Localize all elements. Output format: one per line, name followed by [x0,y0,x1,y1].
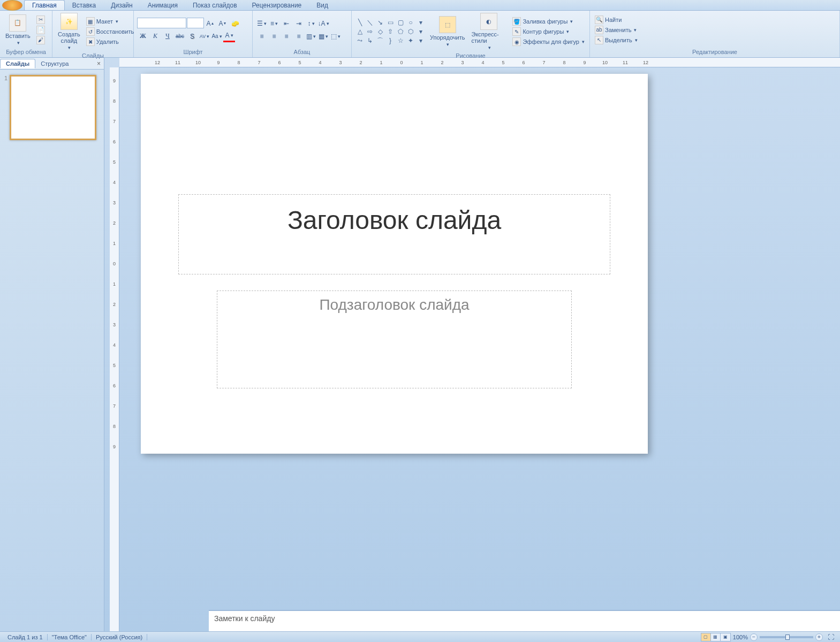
tab-slideshow[interactable]: Показ слайдов [185,1,245,10]
arrange-button[interactable]: ⬚ Упорядочить [428,15,467,48]
slide-thumbnail-1[interactable] [10,75,96,140]
shape-roundrect-icon[interactable]: ▢ [396,18,405,27]
effects-icon: ◉ [512,37,521,46]
align-center-button[interactable]: ≡ [268,30,280,42]
title-placeholder[interactable]: Заголовок слайда [178,194,610,274]
tab-home[interactable]: Главная [24,0,65,10]
shape-fill-button[interactable]: 🪣Заливка фигуры [511,17,586,26]
zoom-in-button[interactable]: + [815,633,823,641]
bold-button[interactable]: Ж [137,30,149,42]
new-slide-button[interactable]: ✨ Создать слайд [56,12,82,51]
status-language[interactable]: Русский (Россия) [92,634,147,640]
line-spacing-button[interactable]: ↕ [305,18,317,29]
zoom-level[interactable]: 100% [733,634,748,640]
shape-line-icon[interactable]: ╲ [355,18,365,27]
tab-review[interactable]: Рецензирование [245,1,309,10]
shape-hex-icon[interactable]: ⬡ [406,27,415,36]
find-button[interactable]: 🔍Найти [593,15,639,25]
zoom-slider[interactable] [760,636,813,638]
zoom-out-button[interactable]: − [750,633,758,641]
vertical-ruler[interactable]: 9876543210123456789 [110,67,119,631]
tab-view[interactable]: Вид [309,1,336,10]
format-painter-button[interactable]: 🖌 [35,35,47,45]
shape-brace-icon[interactable]: } [385,36,395,45]
tab-animation[interactable]: Анимация [140,1,185,10]
shape-pentagon-icon[interactable]: ⬠ [396,27,405,36]
shape-star-icon[interactable]: ☆ [396,36,405,45]
align-justify-button[interactable]: ≡ [293,30,305,42]
shape-effects-button[interactable]: ◉Эффекты для фигур [511,37,586,47]
status-slide-count[interactable]: Слайд 1 из 1 [3,634,48,640]
tab-design[interactable]: Дизайн [103,1,140,10]
status-bar: Слайд 1 из 1 "Тема Office" Русский (Росс… [0,631,840,642]
increase-font-button[interactable]: A▲ [205,18,216,29]
paste-button[interactable]: 📋 Вставить [3,13,33,47]
delete-icon: ✖ [86,37,95,46]
panel-tab-outline[interactable]: Структура [35,59,74,68]
shape-more1-icon[interactable]: ▾ [416,18,426,27]
copy-button[interactable]: 📄 [35,25,47,35]
smartart-button[interactable]: ⬚ [330,30,342,42]
strike-button[interactable]: abc [174,30,186,42]
slideshow-view-button[interactable]: ▣ [721,633,730,641]
sorter-view-button[interactable]: ▦ [711,633,721,641]
text-shadow-button[interactable]: S [186,30,198,42]
shape-uparrow-icon[interactable]: ⇧ [385,27,395,36]
decrease-indent-button[interactable]: ⇤ [281,18,292,29]
decrease-font-button[interactable]: A▼ [217,18,229,29]
select-button[interactable]: ↖Выделить [593,35,639,45]
increase-indent-button[interactable]: ⇥ [293,18,305,29]
fit-window-button[interactable]: ⛶ [825,631,837,643]
shapes-gallery[interactable]: ╲ ＼ ↘ ▭ ▢ ○ ▾ △ ⇨ ◇ ⇧ ⬠ ⬡ ▾ ⤳ ↳ ⌒ } ☆ ✦ [355,18,426,45]
tab-insert[interactable]: Вставка [65,1,104,10]
normal-view-button[interactable]: ▢ [701,633,711,641]
change-case-button[interactable]: Aa [211,30,223,42]
align-left-button[interactable]: ≡ [256,30,268,42]
status-theme[interactable]: "Тема Office" [48,634,92,640]
clear-format-button[interactable]: 🧽 [229,18,241,29]
panel-close-button[interactable]: × [97,60,101,67]
zoom-slider-thumb[interactable] [785,635,790,640]
align-text-button[interactable]: ▦ [317,30,329,42]
columns-button[interactable]: ▥ [305,30,317,42]
replace-button[interactable]: abЗаменить [593,25,639,35]
reset-button[interactable]: ↺Восстановить [85,27,135,36]
subtitle-placeholder[interactable]: Подзаголовок слайда [217,291,572,388]
slide-canvas[interactable]: Заголовок слайда Подзаголовок слайда [141,74,648,454]
arrange-label: Упорядочить [430,34,465,41]
shape-rarrow-icon[interactable]: ⇨ [365,27,375,36]
shape-connector-icon[interactable]: ↳ [365,36,375,45]
font-color-button[interactable]: A [223,30,235,42]
horizontal-ruler[interactable]: 1211109876543210123456789101112 [119,58,840,67]
shape-rect-icon[interactable]: ▭ [385,18,395,27]
shape-triangle-icon[interactable]: △ [355,27,365,36]
char-spacing-button[interactable]: AV [199,30,210,42]
cut-button[interactable]: ✂ [35,15,47,25]
shape-arrow-icon[interactable]: ↘ [375,18,385,27]
bullets-button[interactable]: ☰ [256,18,268,29]
shape-oval-icon[interactable]: ○ [406,18,415,27]
panel-tab-slides[interactable]: Слайды [0,59,35,68]
select-label: Выделить [605,37,632,43]
font-size-combo[interactable] [187,18,204,28]
shape-arc-icon[interactable]: ⌒ [375,36,385,45]
underline-button[interactable]: Ч [162,30,173,42]
italic-button[interactable]: К [149,30,161,42]
shape-line2-icon[interactable]: ＼ [365,18,375,27]
shape-curve-icon[interactable]: ⤳ [355,36,365,45]
layout-button[interactable]: ▦Макет [85,17,135,26]
shape-outline-button[interactable]: ✎Контур фигуры [511,27,586,36]
align-right-button[interactable]: ≡ [281,30,292,42]
font-family-combo[interactable] [137,18,186,28]
shape-callout-icon[interactable]: ✦ [406,36,415,45]
text-direction-button[interactable]: ↓A [317,18,329,29]
office-button[interactable] [2,0,22,11]
numbering-button[interactable]: ≡ [268,18,280,29]
shape-more2-icon[interactable]: ▾ [416,27,426,36]
layout-label: Макет [96,18,113,25]
shape-more3-icon[interactable]: ▾ [416,36,426,45]
quick-styles-button[interactable]: ◐ Экспресс-стили [469,12,509,51]
notes-pane[interactable]: Заметки к слайду [209,610,840,631]
delete-slide-button[interactable]: ✖Удалить [85,37,135,47]
shape-diamond-icon[interactable]: ◇ [375,27,385,36]
